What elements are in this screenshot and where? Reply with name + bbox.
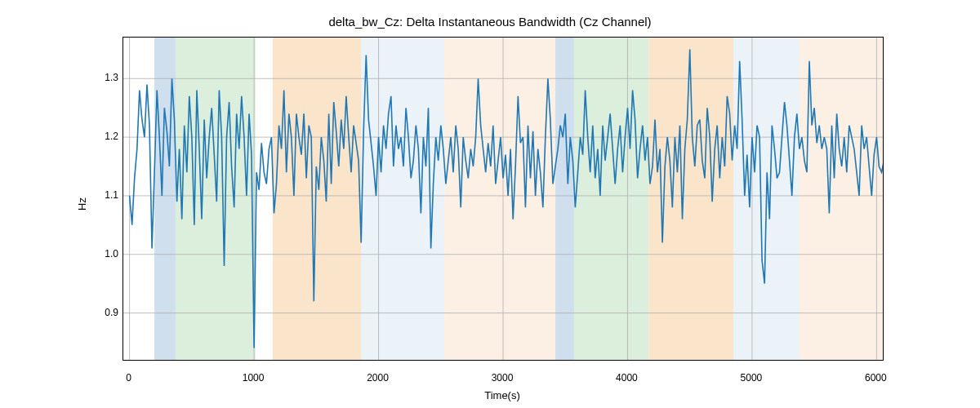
x-axis-label: Time(s) — [122, 389, 882, 401]
x-tick-label: 2000 — [367, 372, 389, 384]
x-tick-label: 4000 — [616, 372, 638, 384]
y-tick-label: 1.2 — [90, 131, 118, 142]
chart-title: delta_bw_Cz: Delta Instantaneous Bandwid… — [0, 15, 980, 29]
chart-container: delta_bw_Cz: Delta Instantaneous Bandwid… — [0, 0, 980, 408]
x-tick-label: 1000 — [243, 372, 265, 384]
background-bands — [154, 38, 883, 360]
x-tick-label: 3000 — [492, 372, 514, 384]
x-tick-label: 0 — [126, 372, 131, 384]
y-tick-label: 0.9 — [90, 307, 118, 318]
plot-area — [122, 37, 884, 361]
y-tick-label: 1.1 — [90, 189, 118, 201]
x-tick-label: 6000 — [865, 372, 887, 384]
band — [800, 38, 883, 360]
plot-svg — [123, 38, 883, 360]
band — [574, 38, 648, 360]
band — [273, 38, 361, 360]
y-axis-label: Hz — [76, 197, 88, 211]
y-tick-label: 1.3 — [90, 72, 118, 83]
band — [555, 38, 574, 360]
x-tick-label: 5000 — [741, 372, 763, 384]
band — [176, 38, 256, 360]
y-tick-label: 1.0 — [90, 248, 118, 259]
band — [361, 38, 444, 360]
